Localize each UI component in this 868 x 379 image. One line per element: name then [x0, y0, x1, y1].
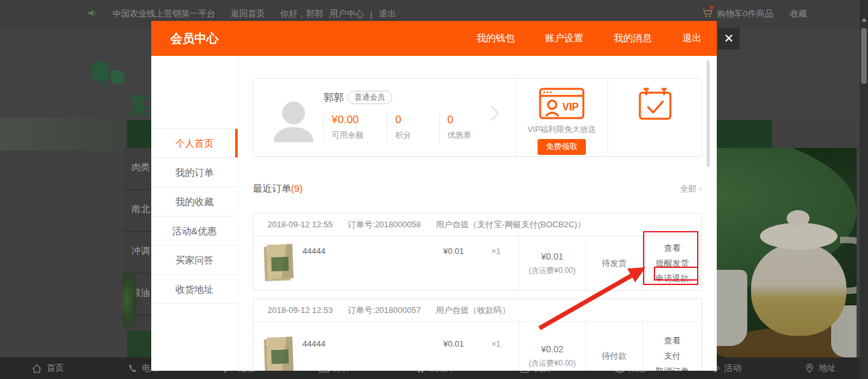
nav-left-blur [0, 117, 127, 150]
back-home-link[interactable]: 返回首页 [231, 8, 265, 20]
modal-scrollbar-thumb[interactable] [707, 60, 710, 167]
product-quantity: ×1 [491, 339, 501, 349]
sidebar-item-buyer-qa[interactable]: 买家问答 [151, 245, 238, 274]
product-price: ¥0.01 [443, 339, 464, 349]
phone-icon [128, 364, 137, 373]
order-total-cell: ¥0.01 (含运费¥0.00) [519, 236, 585, 291]
footer-item-home[interactable]: 首页 [32, 362, 64, 374]
order-card-2018000057: 2018-09-12 12:53 订单号:2018000057 用户自提（收款码… [253, 298, 702, 371]
action-view[interactable]: 查看 [664, 335, 681, 347]
site-title: 中国农业线上营销第一平台 [112, 8, 215, 20]
modal-nav: 我的钱包 账户设置 我的消息 退出 [477, 21, 702, 56]
sidebar-item-promotions[interactable]: 活动&优惠 [151, 216, 238, 245]
view-all-link[interactable]: 全部› [680, 183, 702, 195]
order-header: 2018-09-12 12:55 订单号:2018000058 用户自提（支付宝… [254, 213, 702, 236]
footer-item-address[interactable]: 地址 [805, 362, 836, 374]
scrollbar-thumb[interactable] [861, 28, 867, 84]
calendar-check-icon[interactable] [638, 88, 672, 121]
member-center-modal: 会员中心 我的钱包 账户设置 我的消息 退出 个人首页 我的订单 我的收藏 活动… [151, 21, 717, 371]
topbar-divider: | [370, 10, 373, 19]
sidebar-item-my-favorites[interactable]: 我的收藏 [151, 187, 238, 216]
profile-card: 郭郭 普通会员 ¥0.00 可用余额 0 积分 0 优惠券 [253, 78, 702, 157]
order-number: 订单号:2018000057 [348, 305, 421, 315]
sidebar-item-my-orders[interactable]: 我的订单 [151, 157, 238, 187]
banner-teapot [751, 243, 846, 336]
nav-account-settings[interactable]: 账户设置 [545, 32, 583, 44]
order-actions-cell: 查看 支付 取消订单 [642, 322, 702, 371]
stat-balance: ¥0.00 可用余额 [323, 112, 387, 144]
order-delivery-method: 用户自提（支付宝-网银支付(BOCB2C)） [436, 220, 585, 229]
order-date: 2018-09-12 12:55 [268, 220, 333, 229]
sidebar-item-personal-home[interactable]: 个人首页 [151, 128, 238, 157]
nav-logout[interactable]: 退出 [682, 32, 702, 44]
nav-my-wallet[interactable]: 我的钱包 [477, 32, 515, 44]
home-icon [32, 364, 42, 373]
profile-stats: ¥0.00 可用余额 0 积分 0 优惠券 [323, 112, 498, 144]
order-status: 待发货 [602, 258, 627, 269]
order-number: 订单号:2018000058 [348, 220, 421, 229]
page-scrollbar[interactable] [860, 0, 868, 379]
order-status-cell: 待付款 [585, 322, 642, 371]
favorites-link[interactable]: 收藏 [790, 8, 807, 20]
vip-promo-section: VIP VIP福利限免大放送 免费领取 [515, 79, 607, 156]
modal-close-button[interactable]: ✕ [718, 28, 740, 50]
order-shipping: (含运费¥0.00) [529, 265, 576, 276]
order-product-cell: 44444 ¥0.01 ×1 [254, 236, 519, 291]
vip-icon: VIP [539, 87, 585, 120]
order-delivery-method: 用户自提（收款码） [436, 305, 510, 315]
cart-link[interactable]: 购物车0件商品 [702, 8, 773, 20]
order-date: 2018-09-12 12:53 [268, 305, 333, 315]
order-shipping: (含运费¥0.00) [529, 358, 576, 369]
order-total-cell: ¥0.02 (含运费¥0.00) [519, 322, 585, 371]
screen: 中国农业线上营销第一平台 返回首页 你好，郭郭 用户中心 | 退出 购物车0件商… [0, 0, 868, 379]
product-price: ¥0.01 [443, 246, 464, 256]
cart-label: 购物车0件商品 [717, 8, 773, 20]
location-pin-icon [805, 363, 814, 373]
user-name: 郭郭 [323, 91, 344, 105]
recent-orders-title: 最近订单(9) [253, 183, 302, 195]
order-total: ¥0.02 [541, 344, 563, 354]
free-claim-button[interactable]: 免费领取 [538, 139, 586, 155]
avatar [274, 102, 313, 142]
brand-name-fragment: 某 [128, 91, 150, 120]
order-status: 待付款 [602, 350, 627, 362]
user-greeting: 你好，郭郭 [280, 8, 323, 20]
stat-points: 0 积分 [387, 112, 439, 144]
product-name[interactable]: 44444 [302, 339, 325, 349]
announcement-speaker-icon [88, 9, 97, 19]
product-thumbnail[interactable] [267, 244, 294, 279]
order-count: (9) [291, 183, 302, 194]
modal-header: 会员中心 我的钱包 账户设置 我的消息 退出 [151, 21, 717, 56]
background-foliage [123, 273, 137, 327]
action-cancel-order[interactable]: 取消订单 [656, 366, 689, 371]
svg-text:VIP: VIP [562, 102, 579, 112]
product-thumbnail[interactable] [267, 336, 294, 371]
logout-link[interactable]: 退出 [379, 8, 396, 20]
checkin-section [607, 79, 702, 156]
user-center-link[interactable]: 用户中心 [330, 8, 364, 20]
annotation-box-refund [654, 267, 698, 281]
action-pay[interactable]: 支付 [664, 350, 681, 362]
sidebar-item-shipping-address[interactable]: 收货地址 [151, 274, 238, 303]
order-status-cell: 待发货 [585, 236, 642, 291]
order-header: 2018-09-12 12:53 订单号:2018000057 用户自提（收款码… [254, 299, 702, 322]
brand-leaf-logo [88, 58, 128, 94]
cart-badge-dot [710, 6, 714, 10]
nav-my-messages[interactable]: 我的消息 [614, 32, 652, 44]
modal-sidebar: 个人首页 我的订单 我的收藏 活动&优惠 买家问答 收货地址 [151, 56, 238, 371]
modal-title: 会员中心 [170, 21, 219, 56]
scrollbar-up-arrow[interactable] [862, 18, 867, 22]
order-card-2018000058: 2018-09-12 12:55 订单号:2018000058 用户自提（支付宝… [253, 213, 702, 291]
active-indicator-bar [235, 129, 238, 158]
product-quantity: ×1 [491, 246, 501, 256]
vip-promo-label: VIP福利限免大放送 [516, 124, 607, 135]
order-total: ¥0.01 [541, 251, 563, 262]
product-name[interactable]: 44444 [302, 246, 325, 256]
membership-level-badge: 普通会员 [348, 91, 392, 104]
recent-orders-header: 最近订单(9) 全部› [253, 183, 702, 195]
chevron-right-icon: › [699, 183, 702, 194]
order-product-cell: 44444 ¥0.01 ×1 [254, 322, 519, 371]
cart-icon [702, 9, 713, 20]
